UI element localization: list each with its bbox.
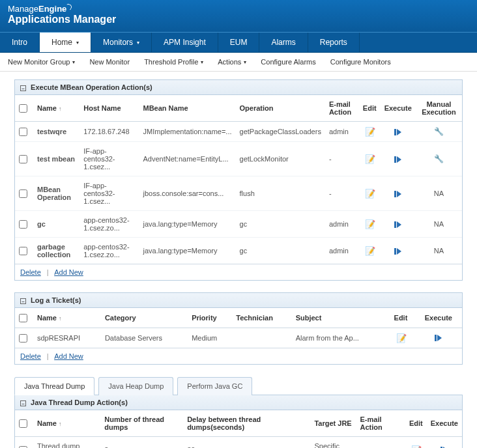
ticket-footer: Delete | Add New bbox=[15, 348, 462, 364]
panel-header-thread[interactable]: – Java Thread Dump Action(s) bbox=[15, 395, 462, 410]
nav-eum[interactable]: EUM bbox=[218, 33, 260, 52]
ticket-table: Name ↑ Category Priority Technician Subj… bbox=[15, 308, 462, 348]
edit-icon[interactable]: 📝 bbox=[365, 246, 374, 255]
subnav-actions[interactable]: Actions▾ bbox=[218, 58, 246, 66]
col-email[interactable]: E-mail Action bbox=[325, 95, 359, 122]
table-row: sdpRESRAPIDatabase ServersMediumAlarm fr… bbox=[15, 328, 462, 348]
table-row: MBean OperationIF-app-centos32-1.csez...… bbox=[15, 176, 462, 211]
col-cat[interactable]: Category bbox=[101, 308, 188, 328]
panel-header-ticket[interactable]: – Log a Ticket(s) bbox=[15, 293, 462, 308]
collapse-icon[interactable]: – bbox=[20, 85, 26, 91]
chevron-down-icon: ▾ bbox=[137, 40, 139, 46]
cell-name: testwqre bbox=[33, 122, 80, 142]
cell-mbean: java.lang:type=Memory bbox=[139, 238, 236, 264]
col-edit: Edit bbox=[386, 308, 415, 328]
edit-icon[interactable]: 📝 bbox=[365, 219, 374, 229]
nav-apm-insight[interactable]: APM Insight bbox=[152, 33, 218, 52]
cell-manual: NA bbox=[416, 238, 462, 264]
delete-link[interactable]: Delete bbox=[20, 268, 41, 276]
row-checkbox[interactable] bbox=[19, 334, 27, 343]
cell-name: sdpRESRAPI bbox=[33, 328, 101, 348]
execute-icon[interactable] bbox=[394, 190, 402, 198]
cell-mbean: jboss.console:sar=cons... bbox=[139, 176, 236, 211]
col-subj[interactable]: Subject bbox=[292, 308, 386, 328]
edit-icon[interactable]: 📝 bbox=[365, 154, 374, 163]
execute-icon[interactable] bbox=[394, 247, 402, 255]
cell-name: MBean Operation bbox=[33, 176, 80, 211]
col-host[interactable]: Host Name bbox=[80, 95, 139, 122]
cell-host: IF-app-centos32-1.csez... bbox=[80, 176, 139, 211]
col-edit: Edit bbox=[359, 95, 381, 122]
subnav-new-monitor-group[interactable]: New Monitor Group▾ bbox=[8, 58, 75, 66]
cell-op: gc bbox=[236, 238, 325, 264]
table-row: garbage collectionapp-centos32-1.csez.zo… bbox=[15, 238, 462, 264]
nav-reports[interactable]: Reports bbox=[308, 33, 360, 52]
execute-icon[interactable] bbox=[394, 128, 402, 136]
subnav-threshold-profile[interactable]: Threshold Profile▾ bbox=[144, 58, 203, 66]
edit-icon[interactable]: 📝 bbox=[396, 333, 405, 343]
col-email[interactable]: E-mail Action bbox=[356, 410, 405, 437]
cell-email: - bbox=[325, 176, 359, 211]
table-row: Thread dump actions230Specific JRE-📝 bbox=[15, 436, 462, 448]
thread-panel: – Java Thread Dump Action(s) Name ↑ Numb… bbox=[14, 395, 463, 448]
collapse-icon[interactable]: – bbox=[20, 298, 26, 304]
nav-intro[interactable]: Intro bbox=[0, 33, 40, 52]
edit-icon[interactable]: 📝 bbox=[365, 189, 374, 198]
col-target[interactable]: Target JRE bbox=[310, 410, 356, 437]
col-exec: Execute bbox=[381, 95, 416, 122]
col-name: Name ↑ bbox=[33, 95, 80, 122]
select-all-checkbox[interactable] bbox=[19, 314, 27, 322]
app-title: Applications Manager bbox=[8, 14, 469, 25]
collapse-icon[interactable]: – bbox=[20, 400, 26, 406]
cell-host: 172.18.67.248 bbox=[80, 122, 139, 142]
edit-icon[interactable]: 📝 bbox=[411, 445, 420, 448]
add-new-link[interactable]: Add New bbox=[54, 268, 83, 276]
select-all-checkbox[interactable] bbox=[19, 104, 27, 113]
tab-java-thread-dump[interactable]: Java Thread Dump bbox=[14, 377, 94, 395]
chevron-down-icon: ▾ bbox=[244, 59, 246, 65]
cell-op: gc bbox=[236, 211, 325, 238]
edit-icon[interactable]: 📝 bbox=[365, 127, 374, 136]
subnav-new-monitor[interactable]: New Monitor bbox=[89, 58, 130, 66]
thread-table: Name ↑ Number of thread dumps Delay betw… bbox=[15, 410, 462, 448]
panel-header-mbean[interactable]: – Execute MBean Operation Action(s) bbox=[15, 80, 462, 95]
execute-icon[interactable] bbox=[394, 156, 402, 163]
col-name: Name ↑ bbox=[33, 410, 100, 437]
tab-perform-java-gc[interactable]: Perform Java GC bbox=[177, 377, 252, 395]
cell-manual: 🔧 bbox=[416, 142, 462, 176]
manual-exec-icon[interactable]: 🔧 bbox=[434, 154, 443, 163]
sort-asc-icon[interactable]: ↑ bbox=[59, 315, 62, 322]
col-tech[interactable]: Technician bbox=[232, 308, 291, 328]
delete-link[interactable]: Delete bbox=[20, 352, 41, 360]
chevron-down-icon: ▾ bbox=[201, 59, 203, 65]
add-new-link[interactable]: Add New bbox=[54, 352, 83, 360]
col-num[interactable]: Number of thread dumps bbox=[100, 410, 183, 437]
col-pri[interactable]: Priority bbox=[188, 308, 232, 328]
manual-exec-icon[interactable]: 🔧 bbox=[434, 127, 443, 136]
nav-home[interactable]: Home▾ bbox=[40, 33, 91, 52]
sort-asc-icon[interactable]: ↑ bbox=[59, 421, 62, 427]
select-all-checkbox[interactable] bbox=[19, 419, 27, 428]
nav-alarms[interactable]: Alarms bbox=[259, 33, 308, 52]
col-op[interactable]: Operation bbox=[236, 95, 325, 122]
cell-email: admin bbox=[325, 122, 359, 142]
cell-target: Specific JRE bbox=[310, 436, 356, 448]
sort-asc-icon[interactable]: ↑ bbox=[59, 105, 62, 112]
row-checkbox[interactable] bbox=[19, 189, 27, 198]
execute-icon[interactable] bbox=[394, 221, 402, 229]
row-checkbox[interactable] bbox=[19, 128, 27, 136]
cell-subj: Alarm from the Ap... bbox=[292, 328, 386, 348]
tab-java-heap-dump[interactable]: Java Heap Dump bbox=[98, 377, 173, 395]
row-checkbox[interactable] bbox=[19, 446, 27, 448]
row-checkbox[interactable] bbox=[19, 220, 27, 229]
nav-monitors[interactable]: Monitors▾ bbox=[91, 33, 152, 52]
cell-host: app-centos32-1.csez.zo... bbox=[80, 238, 139, 264]
execute-icon[interactable] bbox=[435, 334, 442, 342]
cell-name: gc bbox=[33, 211, 80, 238]
col-delay[interactable]: Delay between thread dumps(seconds) bbox=[183, 410, 310, 437]
row-checkbox[interactable] bbox=[19, 247, 27, 255]
subnav-configure-monitors[interactable]: Configure Monitors bbox=[330, 58, 391, 66]
col-mbean[interactable]: MBean Name bbox=[139, 95, 236, 122]
row-checkbox[interactable] bbox=[19, 155, 27, 163]
subnav-configure-alarms[interactable]: Configure Alarms bbox=[261, 58, 315, 66]
